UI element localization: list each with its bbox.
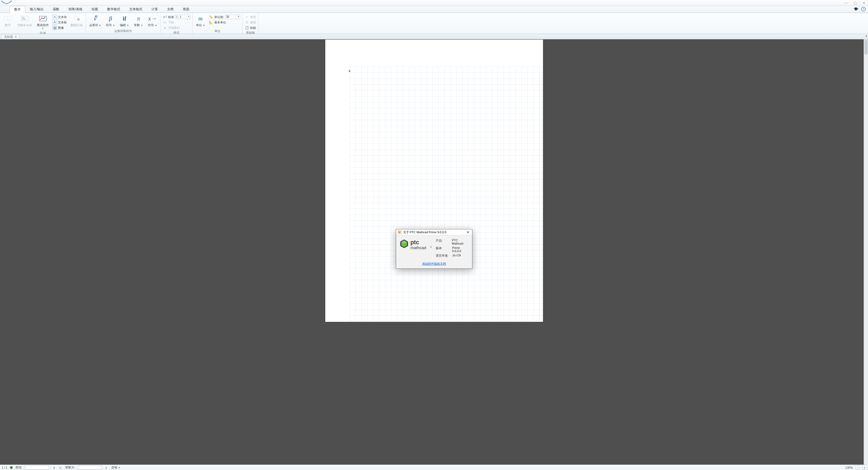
paste-icon: 📋	[245, 26, 249, 30]
text-box-icon: A	[53, 20, 57, 25]
tabstrip-overflow-icon[interactable]: ▾	[866, 34, 867, 37]
ribbon-tab-calculate[interactable]: 计算	[147, 6, 162, 13]
cut-button[interactable]: ✂剪切	[244, 14, 256, 20]
about-dialog-title: 关于 PTC Mathcad Prime 9.0.0.0	[403, 230, 446, 234]
title-bar: — ▢ ✕	[0, 0, 868, 6]
ribbon-body: + 数学 求解命令块 图表组件 ▼ ≡文本块 A文本框 ▨图像	[0, 13, 868, 34]
btn-label: 符号	[106, 24, 112, 27]
app-menu-arc[interactable]	[1, 1, 12, 5]
doc-tab-label: 无标题	[4, 35, 13, 39]
svg-rect-5	[22, 17, 24, 18]
btn-label: 图像	[58, 26, 64, 30]
window-minimize-button[interactable]: —	[844, 1, 848, 5]
ribbon-tab-plot[interactable]: 绘图	[87, 6, 103, 13]
tag-value-select[interactable]: ( - )	[175, 15, 190, 19]
ribbon-group-operators: ∜ 运算符 ▼ β 符号 ▼ if 编程 ▼ π 常数 ▼ x→ 符号 ▼ 运算…	[86, 13, 161, 34]
btn-label: 运算符	[89, 24, 98, 27]
copy-button[interactable]: ⧉复制	[244, 20, 256, 25]
ptc-mathcad-logo: ptc mathcad ®	[399, 238, 433, 258]
replace-go-icon[interactable]: ►	[104, 466, 108, 469]
btn-label: 方程换行	[168, 26, 180, 30]
find-prev-icon[interactable]: ◄	[52, 466, 56, 469]
image-button[interactable]: ▨图像	[52, 25, 67, 30]
zoom-out-button[interactable]: −	[856, 465, 860, 469]
symbols-button[interactable]: β 符号 ▼	[104, 13, 117, 28]
chart-widget-icon	[38, 14, 47, 23]
help-icon[interactable]: ?	[861, 7, 866, 13]
ribbon-tab-document[interactable]: 文档	[162, 6, 178, 13]
ribbon-tab-matrix[interactable]: 矩阵/表格	[64, 6, 87, 13]
calc-status-icon	[10, 466, 13, 469]
zoom-in-button[interactable]: +	[862, 465, 866, 469]
programming-button[interactable]: if 编程 ▼	[118, 13, 131, 28]
window-close-button[interactable]: ✕	[863, 1, 865, 5]
worksheet-page[interactable]: +	[325, 39, 543, 322]
math-region-button[interactable]: + 数学	[2, 13, 14, 28]
solve-block-button[interactable]: 求解命令块	[16, 13, 34, 28]
tag-dropdown[interactable]: 🏷 标签 ( - )	[162, 14, 191, 20]
about-license-link[interactable]: 阅读软件版权文档	[422, 262, 446, 265]
group-label: 单位	[194, 29, 241, 34]
vertical-scrollbar[interactable]	[864, 39, 868, 465]
btn-label: 文本框	[58, 21, 67, 25]
copy-icon: ⧉	[245, 20, 249, 25]
unit-system-row[interactable]: 📏 单位制: SI	[208, 14, 241, 20]
find-next-icon[interactable]: ►	[59, 466, 63, 469]
ribbon-tab-resources[interactable]: 资源	[178, 6, 194, 13]
equation-wrap-button[interactable]: ↲ 方程换行	[162, 25, 191, 30]
unit-system-icon: 📏	[209, 15, 213, 19]
paste-button[interactable]: 📋粘贴	[244, 25, 256, 30]
options-label: 选项	[111, 466, 117, 469]
graduation-cap-icon[interactable]	[854, 7, 858, 13]
about-version-key: 版本:	[436, 246, 450, 253]
constants-button[interactable]: π 常数 ▼	[132, 13, 145, 28]
ribbon-tab-textformat[interactable]: 文本格式	[125, 6, 147, 13]
delete-region-button[interactable]: 删除区域	[69, 13, 84, 28]
symbolic-button[interactable]: x→ 符号 ▼	[146, 13, 159, 28]
text-box-button[interactable]: A文本框	[52, 20, 67, 25]
find-input[interactable]	[25, 465, 49, 469]
document-tab-untitled[interactable]: 无标题 ✕	[2, 34, 20, 39]
replace-input[interactable]	[78, 465, 102, 469]
ribbon-group-style: 🏷 标签 ( - ) a₁ 下标 ↲ 方程换行 样式	[161, 13, 193, 34]
unit-button[interactable]: m 单位 ▼	[194, 13, 207, 28]
btn-label: 剪切	[250, 15, 256, 19]
tag-icon: 🏷	[163, 15, 167, 19]
about-version-value: Prime 9.0.0.0	[452, 246, 469, 253]
delete-region-icon	[72, 14, 81, 23]
scrollbar-thumb[interactable]	[865, 40, 867, 55]
basic-unit-button[interactable]: 📐 基本单位	[208, 20, 241, 25]
ribbon-group-region: + 数学 求解命令块 图表组件 ▼ ≡文本块 A文本框 ▨图像	[0, 13, 86, 34]
ribbon-tab-mathformat[interactable]: 数学格式	[103, 6, 125, 13]
ribbon-tab-math[interactable]: 数学	[10, 6, 25, 13]
about-dialog-close-icon[interactable]: ✕	[465, 230, 470, 234]
btn-label: 数学	[5, 23, 11, 27]
btn-label: 图表组件	[37, 23, 49, 27]
zoom-level: 130%	[845, 466, 853, 469]
subscript-button[interactable]: a₁ 下标	[162, 20, 191, 25]
dropdown-caret-icon: ▼	[203, 24, 205, 27]
options-dropdown[interactable]: 选项 ▼	[111, 465, 120, 469]
unit-system-select[interactable]: SI	[225, 15, 240, 19]
tab-label: 函数	[53, 7, 59, 11]
operators-button[interactable]: ∜ 运算符 ▼	[88, 13, 103, 28]
mathcad-m-icon: M	[398, 230, 402, 234]
app-button[interactable]	[0, 6, 10, 13]
text-block-button[interactable]: ≡文本块	[52, 14, 67, 20]
about-info: 产品:PTC Mathcad 版本:Prime 9.0.0.0 语言环境:zh-…	[436, 238, 469, 258]
tab-label: 资源	[183, 7, 189, 11]
ribbon-tab-functions[interactable]: 函数	[48, 6, 64, 13]
svg-text:ptc: ptc	[410, 239, 419, 246]
close-tab-icon[interactable]: ✕	[14, 35, 17, 38]
btn-label: 复制	[250, 21, 256, 25]
text-block-icon: ≡	[53, 15, 57, 19]
btn-label: 编程	[120, 24, 126, 27]
if-icon: if	[120, 14, 129, 23]
chart-widget-button[interactable]: 图表组件 ▼	[35, 13, 51, 31]
cut-icon: ✂	[245, 15, 249, 19]
ribbon-tab-io[interactable]: 输入/输出	[25, 6, 48, 13]
window-maximize-button[interactable]: ▢	[854, 1, 857, 5]
about-dialog-titlebar: M 关于 PTC Mathcad Prime 9.0.0.0 ✕	[396, 229, 472, 235]
status-bar: 1 / 1 查找: ◄ ► 替换为: ► 选项 ▼ 130% − +	[0, 465, 868, 470]
dropdown-caret-icon: ▼	[141, 24, 143, 27]
